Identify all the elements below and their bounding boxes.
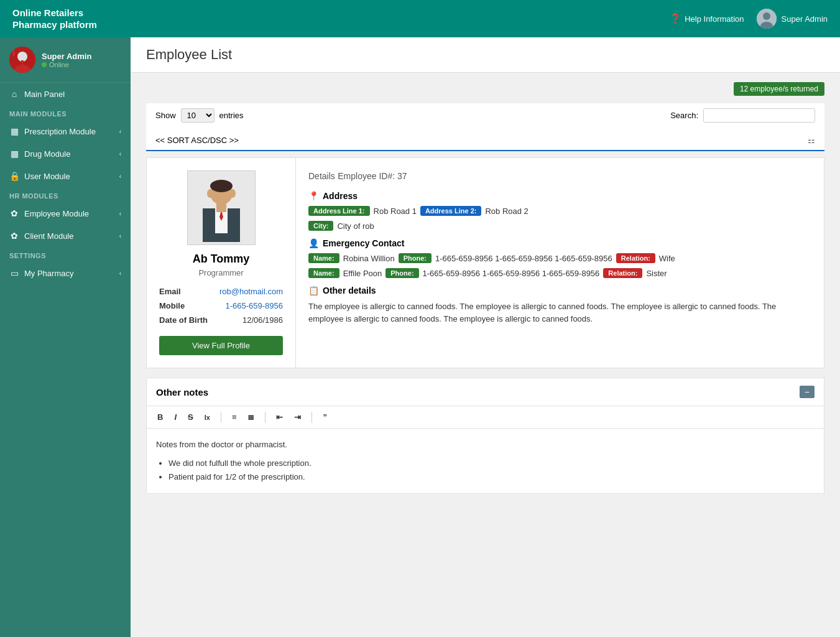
sidebar-item-client[interactable]: ✿ Client Module ‹ [0, 225, 131, 247]
employee-card: Ab Tommy Programmer Email rob@hotmail.co… [147, 158, 296, 368]
toolbar-separator-2 [265, 412, 265, 423]
sidebar-user-text: Super Admin Online [42, 52, 91, 68]
home-icon: ⌂ [9, 89, 19, 99]
top-header: Online Retailers Pharmacy platform ❓ Hel… [0, 0, 840, 37]
chevron-icon: ‹ [119, 128, 121, 135]
content-area: Employee List 12 employee/s returned Sho… [131, 37, 840, 637]
sort-label[interactable]: << SORT ASC/DSC >> [155, 136, 239, 145]
contact2-name-value: Effile Poon [343, 269, 382, 278]
notes-intro: Notes from the doctor or pharmacist. [156, 438, 815, 452]
city-value: City of rob [337, 221, 374, 231]
section-settings: SETTINGS [0, 247, 131, 262]
search-controls: Search: [670, 108, 815, 123]
employee-section: Ab Tommy Programmer Email rob@hotmail.co… [146, 157, 824, 368]
entries-select[interactable]: 10 25 50 100 [181, 108, 215, 123]
bold-button[interactable]: B [154, 411, 166, 423]
collapse-button[interactable]: − [800, 386, 815, 398]
italic-button[interactable]: I [171, 411, 180, 423]
employee-role: Programmer [198, 268, 243, 277]
main-layout: Super Admin Online ⌂ Main Panel MAIN MOD… [0, 37, 840, 637]
sidebar-item-drug[interactable]: ▦ Drug Module ‹ [0, 142, 131, 165]
svg-rect-5 [12, 49, 15, 56]
chevron-icon: ‹ [119, 173, 121, 180]
sort-bar: << SORT ASC/DSC >> ⚏ [146, 131, 824, 151]
svg-point-11 [210, 180, 233, 192]
sidebar-item-prescription[interactable]: ▦ Prescription Module ‹ [0, 120, 131, 142]
contact2-relation-label: Relation: [603, 268, 642, 278]
contact1-name-value: Robina Willion [343, 254, 395, 263]
avatar-icon [757, 9, 777, 29]
mobile-value: 1-665-659-8956 [225, 301, 283, 310]
svg-point-16 [207, 189, 213, 198]
contact2-name-label: Name: [308, 268, 339, 278]
view-profile-button[interactable]: View Full Profile [159, 336, 283, 355]
notes-bullet-1: We did not fulfull the whole prescriptio… [168, 457, 815, 470]
pharmacy-icon: ▭ [9, 268, 19, 278]
notes-bullet-2: Patient paid for 1/2 of the prescription… [168, 470, 815, 484]
notes-content: Notes from the doctor or pharmacist. We … [147, 429, 824, 493]
question-icon: ❓ [670, 13, 681, 24]
addr-line2-value: Rob Road 2 [485, 207, 528, 216]
details-title: Details Employee ID#: 37 [308, 170, 811, 182]
search-input[interactable] [703, 108, 815, 123]
addr-line1-label: Address Line 1: [308, 206, 370, 216]
employee-photo-svg [190, 174, 252, 242]
mobile-label: Mobile [159, 301, 185, 310]
section-main-modules: MAIN MODULES [0, 105, 131, 120]
email-row: Email rob@hotmail.com [159, 287, 283, 296]
svg-rect-8 [21, 60, 24, 63]
filter-icon[interactable]: ⚏ [808, 136, 815, 145]
contact2-relation-value: Sister [646, 269, 667, 278]
employee-photo [187, 170, 256, 245]
mobile-row: Mobile 1-665-659-8956 [159, 301, 283, 310]
city-label: City: [308, 221, 333, 231]
clear-format-button[interactable]: Ix [201, 412, 213, 422]
prescription-icon: ▦ [9, 126, 19, 136]
show-label: Show [155, 111, 176, 120]
search-label: Search: [670, 111, 698, 120]
controls-bar: Show 10 25 50 100 entries Search: [146, 103, 824, 131]
email-label: Email [159, 287, 181, 296]
contact1-relation-label: Relation: [616, 253, 655, 263]
svg-point-1 [763, 12, 770, 20]
quote-button[interactable]: ” [320, 411, 330, 423]
svg-rect-15 [216, 203, 226, 212]
user-status: Online [42, 61, 91, 68]
sidebar-item-employee[interactable]: ✿ Employee Module ‹ [0, 202, 131, 225]
emergency-heading: 👤 Emergency Contact [308, 238, 811, 248]
chevron-icon: ‹ [119, 151, 121, 157]
dob-row: Date of Birth 12/06/1986 [159, 315, 283, 325]
addr-line1-value: Rob Road 1 [374, 207, 417, 216]
sidebar-item-user[interactable]: 🔒 User Module ‹ [0, 165, 131, 187]
status-dot-icon [42, 62, 47, 67]
chevron-icon: ‹ [119, 233, 121, 239]
indent-left-button[interactable]: ⇤ [273, 411, 286, 423]
location-icon: 📍 [308, 191, 319, 201]
ul-button[interactable]: ≡ [229, 411, 240, 423]
contact1-name-label: Name: [308, 253, 339, 263]
contact1-phone-label: Phone: [399, 253, 432, 263]
other-details-text: The employee is allergic to canned foods… [308, 300, 811, 325]
contact1-phone-value: 1-665-659-8956 1-665-659-8956 1-665-659-… [435, 254, 612, 263]
contact1-relation-value: Wife [659, 254, 675, 263]
employee-details: Details Employee ID#: 37 📍 Address Addre… [296, 158, 824, 368]
address-city-row: City: City of rob [308, 221, 811, 231]
show-entries: Show 10 25 50 100 entries [155, 108, 244, 123]
dob-label: Date of Birth [159, 315, 208, 325]
address-line1-row: Address Line 1: Rob Road 1 Address Line … [308, 206, 811, 216]
svg-point-4 [17, 52, 27, 62]
sidebar-avatar-icon [9, 47, 35, 73]
right-nav: ❓ Help Information Super Admin [670, 9, 828, 29]
strikethrough-button[interactable]: S [185, 411, 196, 423]
sidebar-item-main-panel[interactable]: ⌂ Main Panel [0, 83, 131, 105]
ol-button[interactable]: ≣ [244, 411, 257, 423]
sidebar-item-pharmacy[interactable]: ▭ My Pharmacy ‹ [0, 262, 131, 284]
notes-list: We did not fulfull the whole prescriptio… [156, 457, 815, 484]
user-menu[interactable]: Super Admin [757, 9, 828, 29]
dob-value: 12/06/1986 [242, 315, 283, 325]
returned-badge: 12 employee/s returned [734, 82, 824, 96]
indent-right-button[interactable]: ⇥ [291, 411, 304, 423]
badge-area: 12 employee/s returned [146, 82, 824, 101]
emergency-contact-1: Name: Robina Willion Phone: 1-665-659-89… [308, 253, 811, 263]
help-link[interactable]: ❓ Help Information [670, 13, 744, 24]
